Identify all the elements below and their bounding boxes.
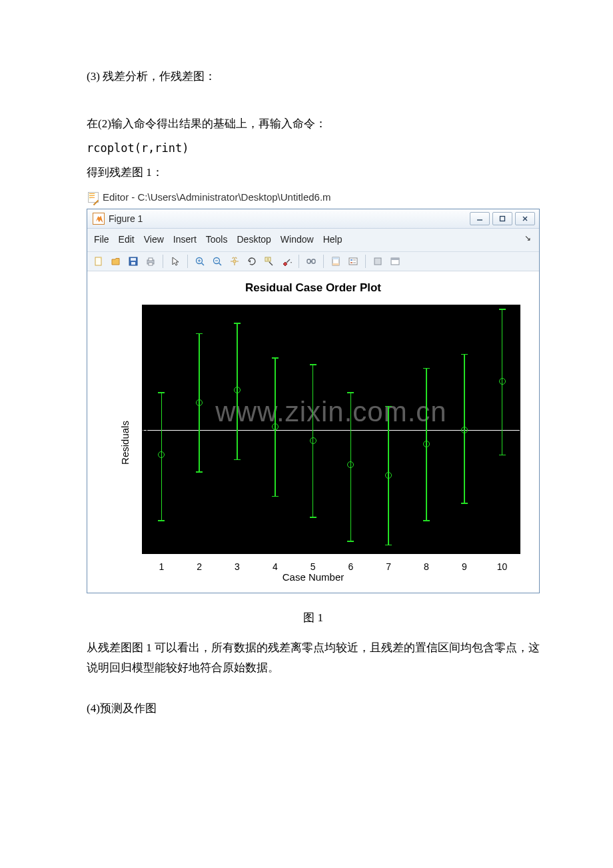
hide-icon[interactable]: [370, 254, 385, 269]
x-tick-label: 7: [386, 555, 391, 575]
menubar: File Edit View Insert Tools Desktop Wind…: [87, 229, 539, 251]
menu-file[interactable]: File: [94, 231, 109, 248]
maximize-button[interactable]: [492, 212, 512, 225]
svg-marker-24: [291, 262, 292, 263]
colorbar-icon[interactable]: [328, 254, 343, 269]
svg-rect-6: [131, 262, 135, 265]
menu-tools[interactable]: Tools: [206, 231, 228, 248]
paragraph-item3-title: (3) 残差分析，作残差图：: [87, 67, 540, 87]
svg-rect-31: [349, 258, 357, 265]
residual-point: [385, 472, 392, 479]
error-cap-bottom: [423, 520, 430, 521]
pan-icon[interactable]: [227, 254, 242, 269]
print-icon[interactable]: [143, 254, 158, 269]
paragraph-precondition: 在(2)输入命令得出结果的基础上，再输入命令：: [87, 114, 540, 135]
editor-file-icon: [88, 192, 99, 203]
toolbar-separator: [365, 255, 366, 268]
plot-title: Residual Case Order Plot: [93, 278, 534, 299]
error-cap-top: [272, 357, 279, 359]
menu-view[interactable]: View: [144, 231, 164, 248]
menu-help[interactable]: Help: [323, 231, 342, 248]
y-tick-label: 1: [143, 353, 147, 369]
residual-point: [347, 461, 354, 468]
svg-rect-30: [332, 263, 339, 265]
residual-point: [158, 451, 165, 458]
data-cursor-icon[interactable]: [262, 254, 277, 269]
save-icon[interactable]: [126, 254, 141, 269]
toolbar-separator: [187, 255, 188, 268]
paragraph-item4-title: (4)预测及作图: [87, 699, 540, 719]
rotate-icon[interactable]: [245, 254, 259, 269]
x-tick-label: 4: [273, 555, 278, 575]
new-file-icon[interactable]: [91, 254, 106, 269]
figure-caption: 图 1: [87, 608, 540, 629]
menubar-overflow-icon[interactable]: ↘: [524, 231, 531, 248]
plot-stage: Residuals Case Number www.zixin.com.cn -…: [93, 299, 534, 586]
plot-axes: www.zixin.com.cn -1.5-1-0.500.511.512345…: [142, 305, 520, 554]
error-cap-top: [158, 392, 165, 393]
svg-rect-36: [374, 258, 381, 265]
matlab-logo-icon: [93, 213, 105, 225]
zoom-out-icon[interactable]: [210, 254, 225, 269]
y-tick-label: -1.5: [143, 525, 147, 542]
y-tick-label: 1.5: [143, 318, 147, 335]
link-icon[interactable]: [304, 254, 318, 269]
svg-rect-2: [95, 257, 101, 265]
toolbar-separator: [163, 255, 163, 268]
residual-point: [310, 437, 316, 444]
zoom-in-icon[interactable]: [193, 254, 207, 269]
svg-line-22: [269, 262, 273, 265]
y-tick-label: -1: [143, 491, 147, 507]
document-page: (3) 残差分析，作残差图： 在(2)输入命令得出结果的基础上，再输入命令： r…: [0, 0, 613, 868]
code-rcoplot: rcoplot(r,rint): [87, 138, 540, 159]
error-cap-top: [385, 406, 392, 407]
menu-edit[interactable]: Edit: [119, 231, 135, 248]
svg-line-11: [202, 263, 205, 265]
menu-window[interactable]: Window: [281, 231, 314, 248]
x-tick-label: 10: [497, 555, 508, 575]
minimize-button[interactable]: [470, 212, 490, 225]
figure-window: Figure 1 File Edit Vie: [87, 209, 540, 593]
screenshot-container: Editor - C:\Users\Administrator\Desktop\…: [87, 187, 540, 593]
figure-title: Figure 1: [109, 211, 143, 227]
error-cap-top: [196, 333, 203, 335]
open-icon[interactable]: [109, 254, 123, 269]
error-cap-top: [499, 309, 506, 310]
legend-icon[interactable]: [346, 254, 360, 269]
svg-rect-5: [131, 258, 136, 261]
svg-rect-9: [149, 263, 153, 265]
svg-rect-8: [149, 258, 153, 261]
y-tick-label: 0.5: [143, 387, 147, 404]
y-tick-label: 0: [143, 422, 147, 439]
residual-point: [272, 423, 279, 430]
error-cap-top: [234, 323, 241, 324]
error-cap-bottom: [385, 545, 392, 546]
x-tick-label: 2: [197, 555, 202, 575]
y-axis-label: Residuals: [116, 421, 134, 465]
figure-titlebar: Figure 1: [87, 209, 539, 229]
paragraph-analysis: 从残差图图 1 可以看出，所有数据的残差离零点均较近，且残差的置信区间均包含零点…: [87, 638, 540, 679]
error-cap-bottom: [158, 520, 165, 521]
error-cap-top: [310, 364, 316, 365]
close-button[interactable]: [515, 212, 535, 225]
dock-icon[interactable]: [388, 254, 402, 269]
x-tick-label: 1: [159, 555, 164, 575]
residual-point: [499, 378, 506, 385]
editor-titlebar: Editor - C:\Users\Administrator\Desktop\…: [87, 187, 540, 209]
x-tick-label: 3: [235, 555, 240, 575]
pointer-icon[interactable]: [168, 254, 183, 269]
svg-rect-19: [265, 257, 271, 261]
toolbar-separator: [323, 255, 324, 268]
error-cap-bottom: [310, 517, 316, 518]
brush-icon[interactable]: [279, 254, 294, 269]
residual-point: [423, 441, 430, 447]
error-cap-top: [461, 354, 468, 355]
menu-insert[interactable]: Insert: [173, 231, 197, 248]
error-cap-top: [423, 368, 430, 369]
menu-desktop[interactable]: Desktop: [237, 231, 271, 248]
residual-point: [234, 387, 241, 393]
svg-point-17: [233, 259, 236, 262]
error-cap-top: [347, 392, 354, 393]
toolbar-separator: [299, 255, 299, 268]
x-tick-label: 8: [424, 555, 429, 575]
